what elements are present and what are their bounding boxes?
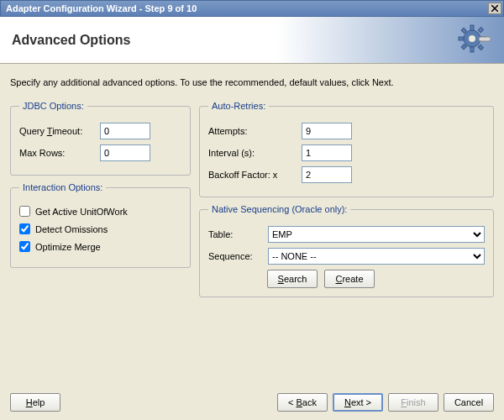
- sequence-label: Sequence:: [208, 251, 263, 261]
- instruction-text: Specify any additional advanced options.…: [10, 77, 494, 87]
- help-button[interactable]: Help: [10, 393, 60, 412]
- get-active-unitofwork-checkbox[interactable]: [19, 206, 30, 217]
- wizard-footer: Help < Back Next > Finish Cancel: [10, 393, 494, 412]
- attempts-input[interactable]: [302, 123, 352, 139]
- svg-rect-6: [478, 45, 483, 50]
- page-title: Advanced Options: [12, 33, 130, 48]
- attempts-label: Attempts:: [208, 126, 297, 136]
- next-button[interactable]: Next >: [333, 393, 383, 412]
- backoff-input[interactable]: [302, 166, 352, 183]
- svg-rect-2: [470, 47, 474, 52]
- backoff-label: Backoff Factor: x: [208, 170, 297, 180]
- retries-legend: Auto-Retries:: [208, 101, 269, 111]
- titlebar-text: Adapter Configuration Wizard - Step 9 of…: [6, 3, 197, 13]
- create-button[interactable]: Create: [324, 270, 375, 288]
- sequencing-legend: Native Sequencing (Oracle only):: [208, 204, 350, 214]
- native-sequencing-group: Native Sequencing (Oracle only): Table: …: [199, 204, 494, 297]
- query-timeout-label: Query Timeout:: [19, 126, 95, 136]
- jdbc-legend: JDBC Options:: [19, 101, 87, 111]
- svg-rect-7: [478, 27, 483, 32]
- close-icon[interactable]: [488, 3, 501, 14]
- gear-icon: [457, 24, 491, 57]
- back-button[interactable]: < Back: [277, 393, 328, 412]
- interval-input[interactable]: [302, 144, 352, 161]
- auto-retries-group: Auto-Retries: Attempts: Interval (s): Ba…: [199, 101, 494, 197]
- optimize-merge-label: Optimize Merge: [35, 242, 101, 252]
- titlebar: Adapter Configuration Wizard - Step 9 of…: [0, 0, 504, 17]
- interaction-options-group: Interaction Options: Get Active UnitOfWo…: [10, 182, 191, 268]
- search-button[interactable]: Search: [267, 270, 318, 288]
- detect-omissions-checkbox[interactable]: [19, 223, 30, 234]
- query-timeout-input[interactable]: [100, 123, 150, 139]
- optimize-merge-checkbox[interactable]: [19, 241, 30, 252]
- svg-rect-3: [459, 37, 464, 40]
- table-select[interactable]: EMP: [268, 226, 485, 243]
- interval-label: Interval (s):: [208, 148, 297, 158]
- svg-rect-1: [470, 25, 474, 30]
- cancel-button[interactable]: Cancel: [444, 393, 494, 412]
- svg-point-9: [469, 35, 475, 42]
- svg-rect-10: [479, 37, 491, 41]
- finish-button: Finish: [388, 393, 438, 412]
- get-active-label: Get Active UnitOfWork: [35, 207, 128, 217]
- table-label: Table:: [208, 229, 263, 239]
- jdbc-options-group: JDBC Options: Query Timeout: Max Rows:: [10, 101, 191, 176]
- wizard-header: Advanced Options: [0, 17, 504, 64]
- sequence-select[interactable]: -- NONE --: [268, 248, 485, 265]
- max-rows-label: Max Rows:: [19, 148, 95, 158]
- interaction-legend: Interaction Options:: [19, 182, 106, 192]
- detect-omissions-label: Detect Omissions: [35, 224, 108, 234]
- max-rows-input[interactable]: [100, 144, 150, 161]
